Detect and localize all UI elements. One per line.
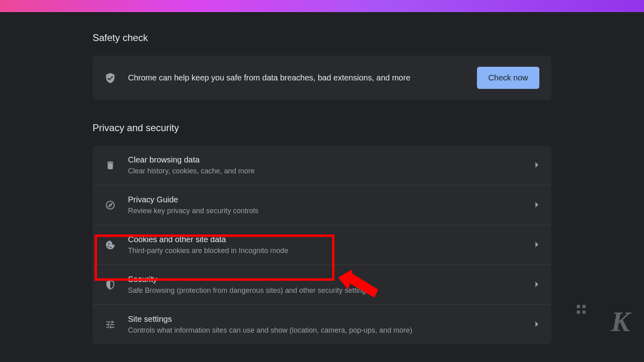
item-title: Security	[128, 275, 523, 284]
safety-check-card: Chrome can help keep you safe from data …	[93, 56, 551, 100]
chevron-right-icon	[535, 162, 539, 169]
chevron-right-icon	[535, 282, 539, 288]
item-subtitle: Clear history, cookies, cache, and more	[128, 167, 523, 175]
security-item[interactable]: Security Safe Browsing (protection from …	[93, 265, 551, 305]
item-subtitle: Review key privacy and security controls	[128, 207, 523, 215]
item-subtitle: Safe Browsing (protection from dangerous…	[128, 286, 523, 295]
item-title: Cookies and other site data	[128, 235, 523, 244]
item-title: Site settings	[128, 315, 523, 324]
watermark-logo: K	[611, 306, 630, 338]
privacy-security-list: Clear browsing data Clear history, cooki…	[93, 146, 551, 344]
shield-check-icon	[105, 72, 116, 84]
tune-icon	[105, 319, 116, 330]
compass-icon	[105, 200, 116, 211]
cookies-site-data-item[interactable]: Cookies and other site data Third-party …	[93, 225, 551, 265]
watermark-dots	[577, 305, 586, 314]
clear-browsing-data-item[interactable]: Clear browsing data Clear history, cooki…	[93, 146, 551, 185]
item-text: Security Safe Browsing (protection from …	[128, 275, 523, 295]
cookie-icon	[105, 239, 116, 251]
item-text: Cookies and other site data Third-party …	[128, 235, 523, 255]
item-text: Clear browsing data Clear history, cooki…	[128, 155, 523, 175]
privacy-security-title: Privacy and security	[93, 122, 551, 134]
safety-check-title: Safety check	[93, 32, 551, 43]
trash-icon	[105, 160, 116, 171]
item-title: Clear browsing data	[128, 155, 523, 165]
shield-icon	[105, 279, 116, 290]
privacy-guide-item[interactable]: Privacy Guide Review key privacy and sec…	[93, 185, 551, 225]
chevron-right-icon	[535, 321, 539, 328]
item-text: Privacy Guide Review key privacy and sec…	[128, 195, 523, 215]
item-title: Privacy Guide	[128, 195, 523, 204]
check-now-button[interactable]: Check now	[477, 67, 539, 89]
top-gradient-bar	[0, 0, 644, 12]
site-settings-item[interactable]: Site settings Controls what information …	[93, 305, 551, 344]
chevron-right-icon	[535, 242, 539, 249]
item-subtitle: Controls what information sites can use …	[128, 326, 523, 335]
chevron-right-icon	[535, 202, 539, 209]
item-subtitle: Third-party cookies are blocked in Incog…	[128, 247, 523, 255]
safety-check-description: Chrome can help keep you safe from data …	[128, 73, 465, 82]
item-text: Site settings Controls what information …	[128, 315, 523, 335]
